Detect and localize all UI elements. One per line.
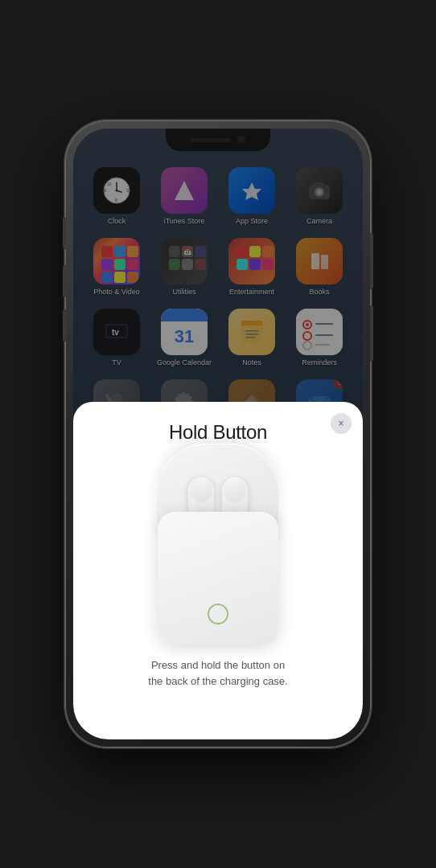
phone-frame: 12 3 6 9 Clock — [65, 121, 371, 747]
case-button — [208, 604, 228, 624]
modal-close-button[interactable]: × — [331, 413, 352, 434]
airpods-illustration — [138, 460, 298, 645]
modal-description: Press and hold the button onthe back of … — [148, 657, 287, 689]
airpods-case — [158, 512, 278, 645]
phone-screen: 12 3 6 9 Clock — [73, 129, 363, 739]
modal-title: Hold Button — [169, 421, 267, 444]
close-icon: × — [338, 418, 343, 429]
modal-description-text: Press and hold the button onthe back of … — [148, 659, 287, 687]
airpod-left-head — [190, 479, 212, 502]
airpod-right-head — [224, 479, 246, 502]
modal-sheet: × Hold Button — [73, 402, 363, 739]
